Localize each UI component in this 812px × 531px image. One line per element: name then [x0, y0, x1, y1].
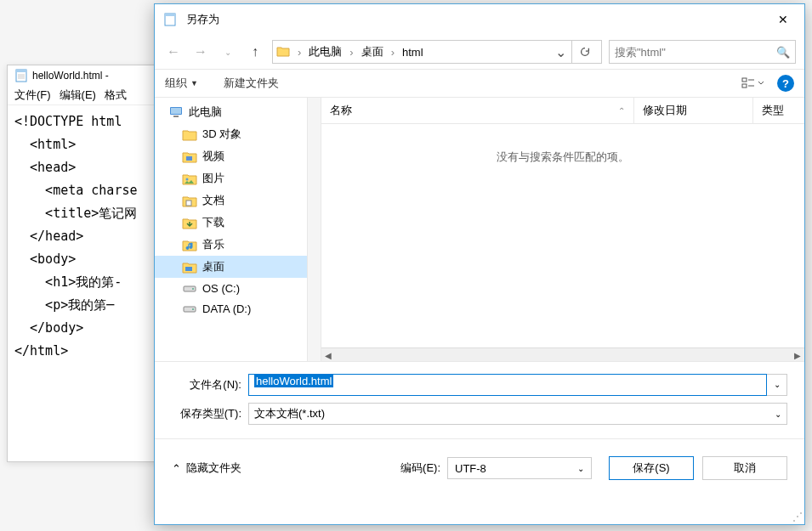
- 3d-icon: [182, 127, 197, 141]
- breadcrumb-dropdown-icon[interactable]: ⌄: [550, 44, 571, 60]
- svg-rect-14: [186, 156, 192, 161]
- nav-forward-icon[interactable]: →: [190, 42, 211, 62]
- breadcrumb-desktop[interactable]: 桌面: [358, 42, 387, 61]
- video-icon: [182, 150, 197, 163]
- refresh-button[interactable]: [571, 41, 598, 63]
- tree-item-desktop[interactable]: 桌面: [155, 256, 307, 278]
- chevron-right-icon[interactable]: ›: [347, 46, 355, 59]
- chevron-down-icon: ⌄: [775, 410, 781, 419]
- tree-item-docs[interactable]: 文档: [155, 189, 307, 212]
- notepad-icon: [14, 69, 28, 82]
- tree-item-video[interactable]: 视频: [155, 145, 307, 167]
- cancel-button[interactable]: 取消: [702, 456, 787, 480]
- search-input[interactable]: [615, 46, 776, 59]
- svg-rect-17: [185, 267, 192, 271]
- tree-label: 3D 对象: [202, 127, 241, 142]
- notepad-content[interactable]: <!DOCTYPE html <html> <head> <meta chars…: [8, 105, 159, 368]
- tree-item-pictures[interactable]: 图片: [155, 167, 307, 189]
- view-icon: [741, 76, 765, 90]
- menu-format[interactable]: 格式: [105, 88, 127, 103]
- refresh-icon: [579, 46, 591, 58]
- tree-label: 视频: [202, 149, 224, 164]
- bottom-area: ⌃ 隐藏文件夹 编码(E): UTF-8 ⌄ 保存(S) 取消: [155, 439, 804, 490]
- tree-root-pc[interactable]: 此电脑: [155, 101, 307, 123]
- breadcrumb-html[interactable]: html: [399, 44, 427, 60]
- scroll-left-icon[interactable]: ◀: [321, 348, 335, 362]
- svg-point-19: [192, 288, 194, 290]
- tree-item-3d[interactable]: 3D 对象: [155, 123, 307, 145]
- col-type[interactable]: 类型: [753, 98, 804, 123]
- search-box[interactable]: 🔍: [609, 40, 796, 64]
- encoding-label: 编码(E):: [400, 460, 440, 476]
- dialog-icon: [163, 13, 177, 26]
- breadcrumb-pc[interactable]: 此电脑: [305, 42, 345, 61]
- tree-item-drive-c[interactable]: OS (C:): [155, 278, 307, 298]
- svg-rect-8: [742, 84, 747, 88]
- tree-label: 音乐: [202, 237, 224, 252]
- music-icon: [182, 238, 197, 251]
- tree-item-drive-d[interactable]: DATA (D:): [155, 298, 307, 319]
- menu-edit[interactable]: 编辑(E): [60, 88, 96, 103]
- resize-grip[interactable]: ⋰: [792, 511, 803, 523]
- chevron-up-icon: ⌃: [172, 462, 181, 475]
- notepad-menubar: 文件(F) 编辑(E) 格式: [8, 86, 159, 105]
- tree-label: DATA (D:): [202, 302, 251, 315]
- breadcrumb: › 此电脑 › 桌面 › html: [276, 42, 550, 61]
- breadcrumb-box[interactable]: › 此电脑 › 桌面 › html ⌄: [272, 40, 602, 64]
- tree-item-downloads[interactable]: 下载: [155, 212, 307, 234]
- chevron-down-icon: ⌄: [577, 464, 584, 473]
- nav-row: ← → ⌄ ↑ › 此电脑 › 桌面 › html ⌄ 🔍: [155, 35, 804, 69]
- save-as-dialog: 另存为 ✕ ← → ⌄ ↑ › 此电脑 › 桌面 › html ⌄ 🔍: [154, 3, 805, 525]
- file-area: 名称 ⌃ 修改日期 类型 没有与搜索条件匹配的项。 ◀ ▶: [321, 98, 804, 361]
- dialog-title: 另存为: [186, 12, 219, 27]
- new-folder-button[interactable]: 新建文件夹: [224, 76, 279, 91]
- col-date[interactable]: 修改日期: [634, 98, 753, 123]
- chevron-right-icon[interactable]: ›: [389, 46, 397, 59]
- sidebar: 此电脑 3D 对象 视频 图片 文档 下载: [155, 98, 308, 361]
- svg-rect-7: [742, 78, 747, 82]
- encoding-select[interactable]: UTF-8 ⌄: [447, 457, 592, 479]
- tree-label: 下载: [202, 215, 224, 230]
- folder-icon: [276, 45, 290, 59]
- tree-label: OS (C:): [202, 282, 240, 295]
- tree-label: 文档: [202, 193, 224, 208]
- notepad-titlebar: helloWorld.html -: [8, 65, 159, 86]
- form-area: 文件名(N): helloWorld.html ⌄ 保存类型(T): 文本文档(…: [155, 362, 804, 438]
- toolbar: 组织 ▼ 新建文件夹 ?: [155, 70, 804, 97]
- filetype-label: 保存类型(T):: [172, 406, 248, 421]
- doc-icon: [182, 194, 197, 207]
- svg-rect-13: [173, 116, 179, 117]
- filename-input[interactable]: helloWorld.html: [248, 374, 767, 396]
- filetype-select[interactable]: 文本文档(*.txt) ⌄: [248, 403, 787, 425]
- view-options-button[interactable]: [741, 76, 765, 90]
- scroll-right-icon[interactable]: ▶: [791, 348, 804, 362]
- nav-up-icon[interactable]: ↑: [245, 42, 265, 62]
- help-button[interactable]: ?: [777, 75, 794, 92]
- filename-label: 文件名(N):: [172, 377, 248, 393]
- download-icon: [182, 216, 197, 229]
- drive-icon: [182, 281, 197, 295]
- svg-rect-6: [165, 14, 175, 16]
- hide-folders-toggle[interactable]: ⌃ 隐藏文件夹: [172, 460, 241, 476]
- close-button[interactable]: ✕: [770, 9, 796, 30]
- svg-point-15: [186, 178, 189, 181]
- chevron-right-icon[interactable]: ›: [295, 46, 304, 59]
- h-scrollbar[interactable]: ◀ ▶: [321, 347, 804, 361]
- nav-back-icon[interactable]: ←: [163, 42, 184, 62]
- nav-dropdown-icon[interactable]: ⌄: [218, 42, 238, 62]
- main-area: 此电脑 3D 对象 视频 图片 文档 下载: [155, 98, 804, 361]
- drive-icon: [182, 302, 197, 315]
- pc-icon: [168, 105, 184, 119]
- organize-button[interactable]: 组织 ▼: [165, 76, 198, 91]
- filename-dropdown-icon[interactable]: ⌄: [767, 374, 787, 396]
- search-icon[interactable]: 🔍: [776, 46, 790, 59]
- notepad-title-text: helloWorld.html -: [32, 70, 109, 82]
- dialog-titlebar: 另存为 ✕: [155, 4, 804, 35]
- chevron-down-icon: ▼: [190, 79, 198, 88]
- col-name[interactable]: 名称 ⌃: [321, 98, 634, 123]
- save-button[interactable]: 保存(S): [609, 456, 694, 480]
- file-list[interactable]: 没有与搜索条件匹配的项。: [321, 124, 804, 361]
- menu-file[interactable]: 文件(F): [14, 88, 51, 103]
- tree-item-music[interactable]: 音乐: [155, 234, 307, 256]
- gutter[interactable]: [308, 98, 321, 361]
